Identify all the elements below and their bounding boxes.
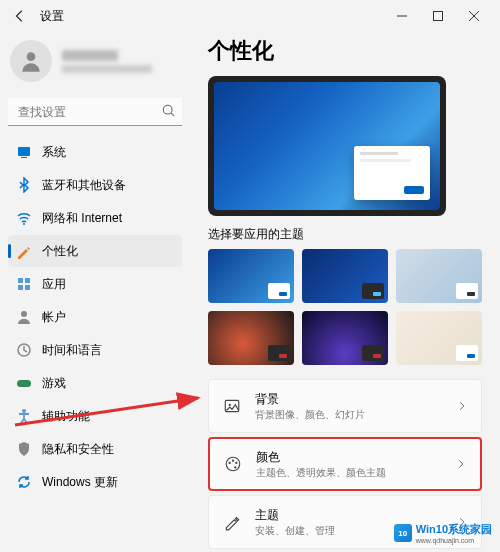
network-icon xyxy=(16,210,32,226)
watermark: 10 Win10系统家园 www.qdhuajin.com xyxy=(394,522,492,544)
avatar xyxy=(10,40,52,82)
nav-item-network[interactable]: 网络和 Internet xyxy=(8,202,182,234)
gaming-icon xyxy=(16,375,32,391)
nav-item-apps[interactable]: 应用 xyxy=(8,268,182,300)
page-title: 个性化 xyxy=(208,36,482,66)
nav-label: 个性化 xyxy=(42,243,78,260)
brush-icon xyxy=(223,513,241,531)
nav-item-gaming[interactable]: 游戏 xyxy=(8,367,182,399)
svg-point-4 xyxy=(27,52,36,61)
palette-icon xyxy=(224,455,242,473)
svg-point-9 xyxy=(23,223,25,225)
close-icon xyxy=(469,11,479,21)
setting-image[interactable]: 背景 背景图像、颜色、幻灯片 xyxy=(208,379,482,433)
minimize-button[interactable] xyxy=(384,2,420,30)
accounts-icon xyxy=(16,309,32,325)
theme-tile[interactable] xyxy=(302,249,388,303)
svg-rect-11 xyxy=(25,278,30,283)
personalize-icon xyxy=(16,243,32,259)
profile-text xyxy=(62,50,152,73)
svg-rect-8 xyxy=(21,157,27,158)
watermark-logo: 10 xyxy=(394,524,412,542)
window-title: 设置 xyxy=(40,8,64,25)
maximize-button[interactable] xyxy=(420,2,456,30)
person-icon xyxy=(18,48,44,74)
nav-label: 网络和 Internet xyxy=(42,210,122,227)
theme-grid xyxy=(208,249,482,365)
preview-window xyxy=(354,146,430,200)
search-icon xyxy=(162,104,176,118)
image-icon xyxy=(223,397,241,415)
profile-name-redacted xyxy=(62,50,118,61)
svg-line-6 xyxy=(171,113,174,116)
nav-list: 系统蓝牙和其他设备网络和 Internet个性化应用帐户时间和语言游戏辅助功能隐… xyxy=(8,136,182,498)
nav-item-time[interactable]: 时间和语言 xyxy=(8,334,182,366)
setting-palette[interactable]: 颜色 主题色、透明效果、颜色主题 xyxy=(208,437,482,491)
nav-item-system[interactable]: 系统 xyxy=(8,136,182,168)
svg-point-17 xyxy=(22,409,26,413)
theme-tile[interactable] xyxy=(396,249,482,303)
bluetooth-icon xyxy=(16,177,32,193)
nav-label: 隐私和安全性 xyxy=(42,441,114,458)
main-content: 个性化 选择要应用的主题 背景 背景图像、颜色、幻灯片 xyxy=(190,32,500,552)
time-icon xyxy=(16,342,32,358)
nav-item-privacy[interactable]: 隐私和安全性 xyxy=(8,433,182,465)
watermark-url: www.qdhuajin.com xyxy=(416,537,492,544)
titlebar: 设置 xyxy=(0,0,500,32)
theme-select-label: 选择要应用的主题 xyxy=(208,226,482,243)
nav-label: 时间和语言 xyxy=(42,342,102,359)
nav-label: Windows 更新 xyxy=(42,474,118,491)
arrow-left-icon xyxy=(13,9,27,23)
setting-title: 主题 xyxy=(255,507,443,524)
maximize-icon xyxy=(433,11,443,21)
nav-item-personalize[interactable]: 个性化 xyxy=(8,235,182,267)
update-icon xyxy=(16,474,32,490)
back-button[interactable] xyxy=(8,4,32,28)
svg-point-19 xyxy=(229,404,231,406)
sidebar: 系统蓝牙和其他设备网络和 Internet个性化应用帐户时间和语言游戏辅助功能隐… xyxy=(0,32,190,552)
chevron-right-icon xyxy=(456,455,466,473)
svg-rect-10 xyxy=(18,278,23,283)
svg-point-22 xyxy=(232,460,234,462)
theme-tile[interactable] xyxy=(208,249,294,303)
apps-icon xyxy=(16,276,32,292)
search-container xyxy=(8,98,182,126)
nav-label: 蓝牙和其他设备 xyxy=(42,177,126,194)
nav-item-update[interactable]: Windows 更新 xyxy=(8,466,182,498)
svg-point-24 xyxy=(234,466,236,468)
setting-title: 颜色 xyxy=(256,449,442,466)
theme-tile[interactable] xyxy=(302,311,388,365)
nav-label: 应用 xyxy=(42,276,66,293)
svg-rect-1 xyxy=(434,12,443,21)
system-icon xyxy=(16,144,32,160)
search-input[interactable] xyxy=(8,98,182,126)
setting-desc: 背景图像、颜色、幻灯片 xyxy=(255,408,443,422)
setting-title: 背景 xyxy=(255,391,443,408)
svg-point-20 xyxy=(226,457,240,471)
theme-tile[interactable] xyxy=(396,311,482,365)
svg-rect-13 xyxy=(25,285,30,290)
theme-tile[interactable] xyxy=(208,311,294,365)
nav-label: 游戏 xyxy=(42,375,66,392)
watermark-text: Win10系统家园 xyxy=(416,523,492,535)
svg-point-21 xyxy=(229,462,231,464)
accessibility-icon xyxy=(16,408,32,424)
nav-label: 系统 xyxy=(42,144,66,161)
privacy-icon xyxy=(16,441,32,457)
profile-email-redacted xyxy=(62,65,152,73)
svg-point-5 xyxy=(163,105,172,114)
nav-label: 辅助功能 xyxy=(42,408,90,425)
chevron-right-icon xyxy=(457,397,467,415)
svg-point-23 xyxy=(235,462,237,464)
svg-rect-7 xyxy=(18,147,30,156)
setting-desc: 主题色、透明效果、颜色主题 xyxy=(256,466,442,480)
svg-rect-16 xyxy=(17,380,31,387)
svg-rect-12 xyxy=(18,285,23,290)
svg-point-14 xyxy=(21,311,27,317)
user-profile[interactable] xyxy=(8,36,182,94)
nav-item-accessibility[interactable]: 辅助功能 xyxy=(8,400,182,432)
nav-item-accounts[interactable]: 帐户 xyxy=(8,301,182,333)
desktop-preview xyxy=(208,76,446,216)
nav-item-bluetooth[interactable]: 蓝牙和其他设备 xyxy=(8,169,182,201)
close-button[interactable] xyxy=(456,2,492,30)
